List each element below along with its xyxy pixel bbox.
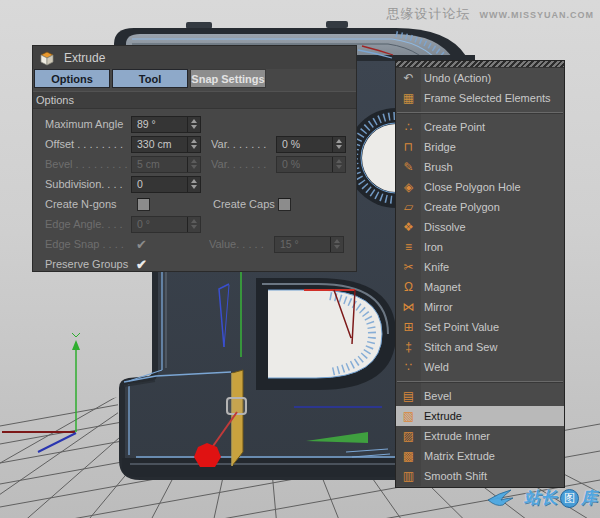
edge-angle-field: 0 ° [131,216,201,233]
maximum-angle-stepper[interactable] [187,117,200,132]
menu-item-mirror[interactable]: ⋈Mirror [396,297,564,317]
watermark: 思缘设计论坛 www.missyuan.com [387,5,595,23]
create-ngons-label: Create N-gons [45,198,131,210]
iron-icon: ≡ [401,240,416,255]
offset-var-field[interactable]: 0 % [276,136,346,153]
bevel-label: Bevel . . . . . . . . . [45,158,131,170]
menu-grip[interactable] [396,61,564,68]
offset-var-label: Var. . . . . . . [211,138,275,150]
menu-item-label: Mirror [424,301,453,313]
menu-item-undo-action[interactable]: ↶Undo (Action) [396,68,564,88]
row-edge-angle: Edge Angle. . . . 0 ° [33,214,356,234]
object-d-hole [256,278,396,390]
menu-item-matrix-extrude[interactable]: ▩Matrix Extrude [396,446,564,466]
menu-item-label: Matrix Extrude [424,450,495,462]
axis-handle [227,398,246,414]
magnet-icon: Ω [401,280,416,295]
value-field: 15 ° [274,236,344,253]
dialog-titlebar[interactable]: Extrude [33,46,356,69]
set-point-value-icon: ⊞ [401,320,416,335]
footer-logo: 站长 图 库 [487,487,598,509]
watermark-site-url: www.missyuan.com [480,10,595,20]
bevel-field: 5 cm [131,156,201,173]
menu-item-extrude[interactable]: ▧Extrude [396,406,564,426]
offset-var-stepper[interactable] [332,137,345,152]
dialog-title: Extrude [64,51,105,65]
extrude-inner-icon: ▨ [401,429,416,444]
logo-text-suffix: 库 [581,488,598,509]
edge-snap-label: Edge Snap . . . . [45,238,131,250]
menu-item-set-point-value[interactable]: ⊞Set Point Value [396,317,564,337]
brush-icon: ✎ [401,160,416,175]
menu-item-dissolve[interactable]: ❖Dissolve [396,217,564,237]
row-create-ngons: Create N-gons Create Caps [33,194,356,214]
row-edge-snap: Edge Snap . . . . ✔ Value. . . . . 15 ° [33,234,356,254]
menu-item-brush[interactable]: ✎Brush [396,157,564,177]
bevel-var-label: Var. . . . . . . [211,158,275,170]
menu-item-label: Brush [424,161,453,173]
subdivision-stepper[interactable] [187,177,200,192]
menu-item-weld[interactable]: ∵Weld [396,357,564,377]
watermark-site-name: 思缘设计论坛 [387,5,471,23]
menu-item-bevel[interactable]: ▤Bevel [396,386,564,406]
app-window: 思缘设计论坛 www.missyuan.com Extrude Options … [0,0,600,518]
menu-item-create-polygon[interactable]: ▱Create Polygon [396,197,564,217]
tab-options[interactable]: Options [34,69,110,88]
menu-item-label: Close Polygon Hole [424,181,521,193]
menu-item-iron[interactable]: ≡Iron [396,237,564,257]
dissolve-icon: ❖ [401,220,416,235]
extrude-icon: ▧ [401,409,416,424]
matrix-extrude-icon: ▩ [401,449,416,464]
create-point-icon: ∴ [401,120,416,135]
menu-item-label: Dissolve [424,221,466,233]
edge-angle-stepper [187,217,200,232]
menu-item-smooth-shift[interactable]: ▥Smooth Shift [396,466,564,486]
row-preserve-groups: Preserve Groups ✔ [33,254,356,274]
logo-swoosh-icon [487,487,521,509]
weld-icon: ∵ [401,360,416,375]
menu-item-label: Undo (Action) [424,72,491,84]
options-rows: Maximum Angle 89 ° Offset . . . . . . . … [33,109,356,274]
menu-item-label: Create Polygon [424,201,500,213]
subdivision-label: Subdivision. . . . [45,178,131,190]
menu-item-label: Set Point Value [424,321,499,333]
tab-snap-settings[interactable]: Snap Settings [190,69,266,88]
world-axes [2,333,80,452]
menu-item-bridge[interactable]: ⊓Bridge [396,137,564,157]
offset-stepper[interactable] [187,137,200,152]
menu-item-knife[interactable]: ✂Knife [396,257,564,277]
menu-item-magnet[interactable]: ΩMagnet [396,277,564,297]
tab-tool[interactable]: Tool [112,69,188,88]
bevel-var-field: 0 % [276,156,346,173]
close-polygon-hole-icon: ◈ [401,180,416,195]
edge-angle-label: Edge Angle. . . . [45,218,131,230]
menu-item-frame-selected-elements[interactable]: ▦Frame Selected Elements [396,88,564,108]
row-offset: Offset . . . . . . . . 330 cm Var. . . .… [33,134,356,154]
menu-item-label: Extrude Inner [424,430,490,442]
maximum-angle-label: Maximum Angle [45,118,131,130]
value-label: Value. . . . . [209,238,273,250]
bevel-var-stepper [332,157,345,172]
offset-field[interactable]: 330 cm [131,136,201,153]
mirror-icon: ⋈ [401,300,416,315]
menu-item-label: Weld [424,361,449,373]
logo-badge: 图 [560,489,579,508]
menu-item-stitch-and-sew[interactable]: ‡Stitch and Sew [396,337,564,357]
context-menu: ↶Undo (Action)▦Frame Selected Elements∴C… [395,60,565,488]
menu-item-create-point[interactable]: ∴Create Point [396,117,564,137]
create-polygon-icon: ▱ [401,200,416,215]
subdivision-field[interactable]: 0 [131,176,201,193]
maximum-angle-field[interactable]: 89 ° [131,116,201,133]
menu-item-extrude-inner[interactable]: ▨Extrude Inner [396,426,564,446]
row-bevel: Bevel . . . . . . . . . 5 cm Var. . . . … [33,154,356,174]
menu-item-label: Create Point [424,121,485,133]
extrude-options-dialog: Extrude Options Tool Snap Settings Optio… [32,45,357,272]
create-caps-checkbox[interactable] [278,198,291,211]
undo-icon: ↶ [401,71,416,86]
preserve-groups-checkmark[interactable]: ✔ [136,258,147,271]
menu-item-close-polygon-hole[interactable]: ◈Close Polygon Hole [396,177,564,197]
edge-snap-checkmark: ✔ [136,238,147,251]
frame-selected-icon: ▦ [401,91,416,106]
create-ngons-checkbox[interactable] [137,198,150,211]
menu-item-label: Extrude [424,410,462,422]
